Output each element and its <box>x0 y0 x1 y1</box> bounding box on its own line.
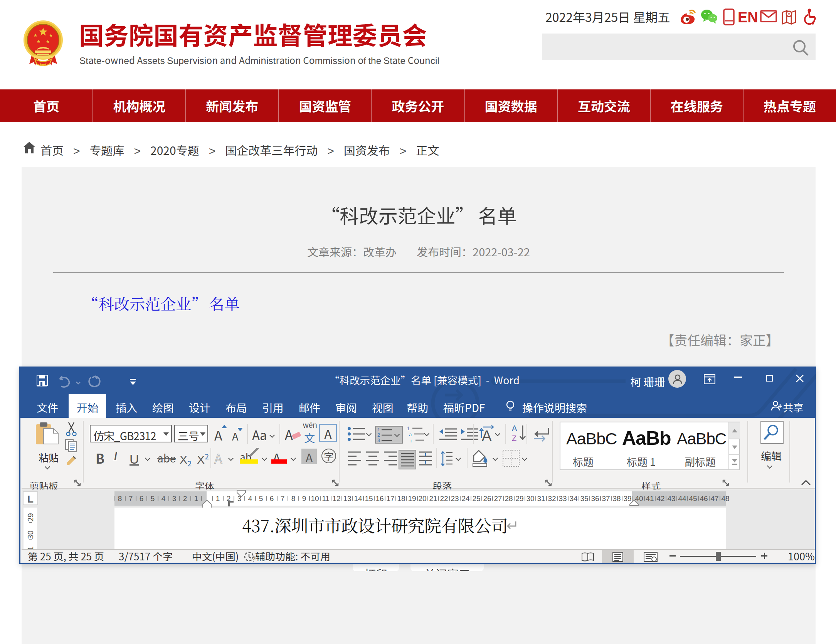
svg-text:3: 3 <box>377 437 380 443</box>
svg-text:A: A <box>482 428 492 443</box>
svg-text:A: A <box>512 424 517 432</box>
svg-text:48: 48 <box>721 494 729 503</box>
svg-text:7: 7 <box>129 494 133 503</box>
svg-text:11: 11 <box>322 494 330 503</box>
svg-text:1: 1 <box>377 427 380 432</box>
svg-text:28: 28 <box>505 494 513 503</box>
svg-text:1: 1 <box>216 494 220 503</box>
svg-text:35: 35 <box>580 494 588 503</box>
svg-text:1: 1 <box>194 494 198 503</box>
svg-text:10: 10 <box>311 494 319 503</box>
svg-text:2: 2 <box>183 494 187 503</box>
svg-text:27: 27 <box>494 494 502 503</box>
svg-text:25: 25 <box>472 494 480 503</box>
svg-text:30: 30 <box>526 494 534 503</box>
svg-text:8: 8 <box>118 494 122 503</box>
svg-text:4: 4 <box>248 494 252 503</box>
svg-text:41: 41 <box>646 494 654 503</box>
svg-text:a: a <box>409 432 412 437</box>
svg-text:45: 45 <box>689 494 697 503</box>
svg-text:21: 21 <box>429 494 437 503</box>
svg-text:23: 23 <box>451 494 459 503</box>
svg-text:Z: Z <box>512 434 516 442</box>
svg-text:2: 2 <box>377 432 380 438</box>
svg-text:i: i <box>410 438 412 443</box>
svg-text:7: 7 <box>281 494 285 503</box>
svg-text:43: 43 <box>667 494 675 503</box>
svg-text:5: 5 <box>151 494 155 503</box>
svg-text:38: 38 <box>612 494 621 503</box>
svg-text:26: 26 <box>483 494 491 503</box>
svg-text:19: 19 <box>408 494 416 503</box>
svg-text:31: 31 <box>537 494 545 503</box>
svg-text:17: 17 <box>386 494 394 503</box>
svg-text:3: 3 <box>172 494 177 503</box>
svg-text:44: 44 <box>678 494 686 503</box>
svg-text:37: 37 <box>602 494 610 503</box>
svg-text:46: 46 <box>700 494 708 503</box>
svg-text:32: 32 <box>548 494 556 503</box>
svg-text:29: 29 <box>515 494 523 503</box>
svg-text:9: 9 <box>302 494 306 503</box>
svg-text:33: 33 <box>558 494 567 503</box>
svg-text:EN: EN <box>738 9 758 25</box>
svg-text:36: 36 <box>591 494 599 503</box>
svg-text:34: 34 <box>569 494 578 503</box>
svg-text:20: 20 <box>418 494 426 503</box>
svg-text:18: 18 <box>397 494 405 503</box>
svg-text:6: 6 <box>140 494 144 503</box>
svg-text:6: 6 <box>270 494 274 503</box>
svg-text:22: 22 <box>440 494 448 503</box>
svg-text:1: 1 <box>407 426 410 431</box>
svg-text:42: 42 <box>656 494 664 503</box>
svg-text:8: 8 <box>291 494 296 503</box>
svg-text:14: 14 <box>354 494 362 503</box>
svg-text:15: 15 <box>365 494 373 503</box>
svg-text:4: 4 <box>161 494 166 503</box>
svg-text:24: 24 <box>461 494 470 503</box>
svg-text:13: 13 <box>343 494 351 503</box>
svg-text:5: 5 <box>259 494 263 503</box>
svg-text:16: 16 <box>375 494 384 503</box>
svg-text:12: 12 <box>332 494 340 503</box>
svg-text:47: 47 <box>710 494 718 503</box>
